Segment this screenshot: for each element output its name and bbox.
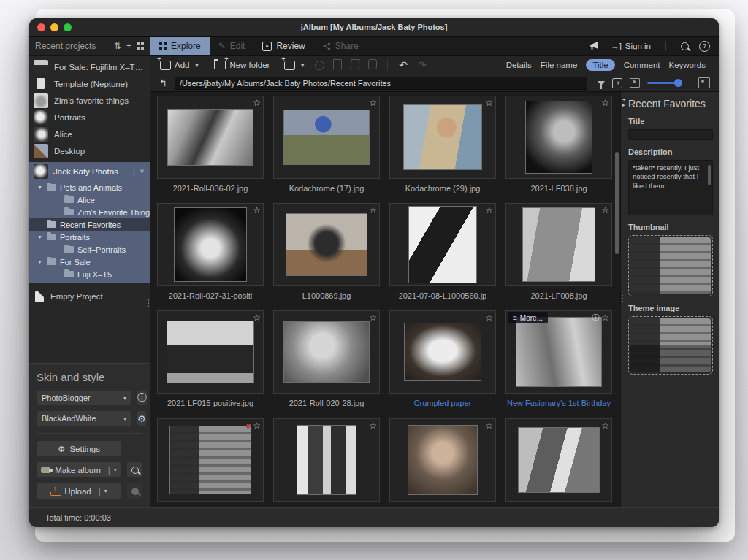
empty-project-item[interactable]: Empty Project — [29, 288, 150, 305]
export-icon[interactable]: ➜ — [612, 78, 622, 88]
expand-arrow-icon[interactable]: ▾ — [37, 184, 43, 191]
sort-projects-icon[interactable]: ⇅ — [114, 41, 121, 51]
small-thumbnail-icon[interactable] — [630, 78, 640, 88]
star-icon[interactable]: ☆ — [601, 312, 609, 323]
megaphone-icon[interactable] — [589, 42, 600, 50]
info-icon[interactable]: ⓘ — [592, 312, 599, 323]
star-icon[interactable]: ☆ — [369, 205, 377, 215]
photo-cell[interactable]: ♥☆ — [158, 418, 263, 507]
more-button[interactable]: ≡More... — [508, 312, 548, 323]
upload-dropdown[interactable]: |▾ — [96, 487, 107, 496]
active-project-row[interactable]: Jack Baty Photos | ˅ — [29, 162, 150, 181]
project-item[interactable]: Alice — [29, 126, 150, 142]
upload-button[interactable]: Upload |▾ — [37, 483, 121, 499]
make-album-button[interactable]: Make album |▾ — [37, 462, 121, 477]
photo-cell[interactable]: ☆L1000869.jpg — [274, 203, 379, 301]
slider-knob[interactable] — [674, 79, 682, 87]
settings-button[interactable]: ⚙ Settings — [37, 441, 121, 456]
photo-cell[interactable]: ☆Kodachrome (29).jpg — [390, 96, 495, 193]
photo-cell[interactable]: ☆2021-LF008.jpg — [506, 203, 611, 301]
tree-item[interactable]: Fuji X–T5 — [29, 268, 150, 280]
up-level-icon[interactable]: ↰ — [156, 77, 170, 88]
photo-cell[interactable]: ☆2021-Roll-027-31-positi — [158, 203, 263, 301]
star-icon[interactable]: ☆ — [485, 205, 493, 215]
photo-cell[interactable]: ☆Crumpled paper — [390, 310, 495, 409]
tab-review[interactable]: ▸ Review — [253, 37, 313, 55]
undo-icon[interactable]: ↶ — [395, 59, 411, 71]
photo-cell[interactable]: ☆2021-Roll-036-02.jpg — [158, 96, 263, 193]
tree-item[interactable]: ▾Pets and Animals — [29, 181, 150, 193]
star-icon[interactable]: ☆ — [369, 312, 377, 323]
title-input[interactable] — [628, 129, 713, 140]
expand-arrow-icon[interactable]: ▾ — [37, 234, 43, 240]
project-item[interactable]: Desktop — [29, 142, 150, 159]
star-icon[interactable]: ☆ — [369, 421, 377, 431]
description-textarea[interactable]: *taken* recently. I just noticed recentl… — [628, 160, 713, 215]
style-settings-gear-button[interactable]: ⚙ — [137, 411, 146, 426]
photo-cell[interactable]: ☆ — [506, 418, 611, 507]
display-mode-comment[interactable]: Comment — [624, 61, 660, 69]
star-icon[interactable]: ☆ — [485, 312, 493, 323]
path-input[interactable] — [175, 77, 587, 90]
photo-cell[interactable]: ☆2021-LF038.jpg — [506, 96, 611, 193]
expand-arrow-icon[interactable]: ▾ — [37, 258, 43, 265]
star-icon[interactable]: ☆ — [253, 98, 261, 108]
tree-item[interactable]: Self–Portraits — [29, 243, 150, 256]
star-icon[interactable]: ☆ — [369, 98, 377, 108]
theme-image-dropzone[interactable] — [628, 316, 713, 375]
collapse-left-icon[interactable]: ◂ — [622, 96, 625, 101]
star-icon[interactable]: ☆ — [253, 205, 261, 215]
star-icon[interactable]: ☆ — [253, 312, 261, 323]
photo-cell[interactable]: ≡More...ⓘ☆New Fusionary's 1st Birthday — [506, 310, 611, 409]
star-icon[interactable]: ☆ — [601, 205, 609, 215]
project-menu-caret-icon[interactable]: ˅ — [140, 168, 144, 175]
skin-info-button[interactable]: ⓘ — [137, 391, 147, 405]
add-project-icon[interactable]: + — [126, 41, 131, 51]
description-scrollbar[interactable] — [708, 165, 711, 185]
sidebar-splitter-handle[interactable] — [148, 299, 149, 307]
search-icon[interactable] — [681, 42, 689, 50]
photo-cell[interactable]: ☆ — [390, 418, 495, 507]
tree-item[interactable]: Recent Favorites — [29, 218, 150, 231]
tree-item[interactable]: ▾Portraits — [29, 231, 150, 243]
display-mode-title[interactable]: Title — [586, 59, 614, 71]
project-item[interactable]: For Sale: Fujifilm X–T5 and... — [29, 58, 150, 75]
photo-cell[interactable]: ☆ — [274, 418, 379, 507]
add-button[interactable]: Add ▼ — [156, 58, 203, 72]
star-icon[interactable]: ☆ — [601, 98, 609, 108]
photo-cell[interactable]: ☆2021-07-08-L1000560.jp — [390, 203, 495, 301]
filter-funnel-icon[interactable] — [598, 81, 605, 85]
skin-select[interactable]: PhotoBlogger ▾ — [37, 391, 131, 405]
display-mode-keywords[interactable]: Keywords — [669, 61, 706, 69]
tree-item[interactable]: Alice — [29, 193, 150, 206]
insert-page-button[interactable]: ▼ — [280, 58, 309, 72]
new-folder-button[interactable]: New folder — [210, 58, 273, 72]
thumbnail-size-slider[interactable] — [647, 82, 681, 84]
star-icon[interactable]: ☆ — [485, 98, 493, 108]
display-mode-details[interactable]: Details — [506, 61, 532, 69]
style-select[interactable]: BlackAndWhite ▾ — [37, 411, 131, 426]
thumbnail-dropzone[interactable] — [628, 235, 713, 296]
panel-collapse-arrows[interactable]: ◂▸ — [622, 96, 625, 107]
star-icon[interactable]: ☆ — [253, 421, 261, 431]
collapse-right-icon[interactable]: ▸ — [622, 102, 625, 107]
photo-cell[interactable]: ☆2021-LF015-positive.jpg — [158, 310, 263, 409]
project-view-grid-icon[interactable] — [137, 42, 144, 50]
help-icon[interactable]: ? — [699, 41, 710, 52]
photo-cell[interactable]: ☆2021-Roll-020-28.jpg — [274, 310, 379, 409]
sign-in-button[interactable]: →] Sign in — [611, 42, 651, 50]
make-album-dropdown[interactable]: |▾ — [105, 466, 117, 475]
project-item[interactable]: Portraits — [29, 109, 150, 126]
photo-cell[interactable]: ☆Kodachrome (17).jpg — [274, 96, 379, 193]
tree-item[interactable]: ▾For Sale — [29, 256, 150, 268]
preview-search-button[interactable] — [127, 462, 142, 477]
display-mode-file-name[interactable]: File name — [541, 61, 578, 69]
grid-scrollbar[interactable] — [615, 152, 619, 254]
star-icon[interactable]: ☆ — [601, 421, 609, 431]
project-item[interactable]: Zim's favorite things — [29, 92, 150, 109]
project-item[interactable]: Template (Neptune) — [29, 75, 150, 92]
inspector-splitter-handle[interactable] — [622, 295, 623, 302]
large-thumbnail-icon[interactable] — [698, 77, 710, 88]
tab-explore[interactable]: Explore — [150, 37, 210, 55]
star-icon[interactable]: ☆ — [485, 421, 493, 431]
